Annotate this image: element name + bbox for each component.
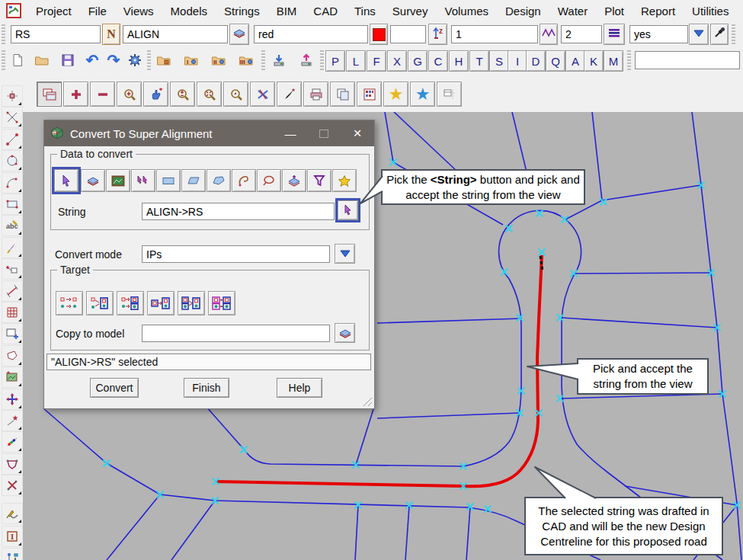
delete-view-button[interactable] [250,82,275,107]
snap-intersect-button[interactable]: I [508,50,527,72]
redraw-button[interactable] [277,82,302,107]
minimize-button[interactable]: — [274,120,307,146]
export-button[interactable] [296,50,317,71]
new-project-button[interactable] [8,50,27,71]
target-option-3-button[interactable] [117,291,144,315]
copy-view-button[interactable] [330,82,355,107]
snap-k-button[interactable]: K [584,50,604,72]
menu-models[interactable]: Models [162,5,216,18]
resize-grip[interactable] [362,396,373,407]
dialog-titlebar[interactable]: 12 Convert To Super Alignment — × [44,120,374,146]
create-line-button[interactable] [2,129,23,150]
create-symbol-button[interactable] [2,258,23,280]
string-pick-button[interactable] [338,200,358,220]
toolbar-grip[interactable] [147,50,151,70]
colour-segments-button[interactable] [2,431,23,453]
menu-cad[interactable]: CAD [305,5,346,18]
menu-user[interactable]: User [737,5,743,18]
delete-vertex-button[interactable] [2,475,23,496]
target-option-6-button[interactable] [208,291,235,315]
zoom-previous-button[interactable] [223,82,248,107]
create-rectangle-button[interactable] [2,194,23,215]
snap-line-button[interactable]: L [346,50,366,72]
select-polygon-mode-button[interactable] [207,169,231,192]
insert-image-button[interactable] [2,366,23,388]
help-button[interactable]: Help [277,378,322,398]
settings-button[interactable] [125,50,145,71]
menu-utilities[interactable]: Utilities [684,5,737,18]
create-grid-button[interactable] [2,302,23,323]
snap-star-button[interactable] [2,410,23,431]
snap-fast-button[interactable]: F [367,50,386,72]
weight-button[interactable] [604,24,625,45]
copy-to-model-field[interactable] [142,325,330,342]
function-folder-3-button[interactable]: III [235,50,257,71]
target-option-1-button[interactable] [56,291,83,315]
menu-bim[interactable]: BIM [268,5,306,18]
convert-mode-dropdown-button[interactable] [335,244,355,264]
add-view-button[interactable] [63,82,88,107]
app-icon[interactable] [6,3,21,18]
select-favourites-mode-button[interactable] [332,169,357,192]
select-string-mode-button[interactable] [54,169,78,192]
snap-x-button[interactable]: X [387,50,407,72]
create-polygon-button[interactable] [2,345,23,366]
model-field[interactable] [123,25,228,43]
function-folder-1-button[interactable]: I [181,50,202,71]
snap-segment-button[interactable]: S [489,50,509,72]
linestyle-button[interactable] [540,24,558,45]
menu-plot[interactable]: Plot [596,5,633,18]
remove-view-button[interactable] [90,82,115,107]
survey-tools-button[interactable] [2,548,23,560]
zoom-window-button[interactable] [170,82,195,107]
name-field[interactable] [11,25,101,43]
favourites-yellow-button[interactable]: ★ [383,82,408,107]
snap-tin-button[interactable]: T [469,50,489,72]
menu-project[interactable]: Project [27,5,80,18]
select-model-mode-button[interactable] [81,169,105,192]
snap-q-button[interactable]: Q [546,50,565,72]
target-option-5-button[interactable] [178,291,205,315]
string-field[interactable] [142,203,335,220]
save-button[interactable] [58,50,78,71]
eyedropper-button[interactable] [710,24,729,45]
zoom-in-button[interactable] [117,82,142,107]
select-filter-mode-button[interactable] [307,169,331,192]
snap-a-button[interactable]: A [565,50,585,72]
select-lasso-mode-button[interactable] [232,169,256,192]
colour-field[interactable] [254,25,368,43]
menu-survey[interactable]: Survey [384,5,437,18]
toolbar-grip[interactable] [2,24,5,44]
snap-grid-button[interactable]: G [408,50,428,72]
toolbar-grip[interactable] [627,50,631,70]
height-pick-button[interactable]: z [428,24,447,45]
open-model-folder-button[interactable] [153,50,175,71]
open-project-button[interactable] [32,50,52,71]
function-folder-2-button[interactable]: II [208,50,229,71]
menu-file[interactable]: File [80,5,115,18]
snap-direction-button[interactable]: D [526,50,546,72]
snap-m-button[interactable]: M [604,50,623,72]
blank-field[interactable] [390,25,426,43]
translate-button[interactable] [2,389,23,410]
finish-button[interactable]: Finish [184,378,229,398]
menu-grid-button[interactable] [357,82,382,107]
cad-symbol-button[interactable] [2,237,23,258]
restore-window-button[interactable] [437,82,462,107]
menu-water[interactable]: Water [549,5,596,18]
target-option-2-button[interactable] [86,291,114,315]
menu-tins[interactable]: Tins [346,5,384,18]
name-box-button[interactable]: N [102,24,120,45]
pan-button[interactable] [143,82,168,107]
toolbar-grip[interactable] [261,50,265,70]
new-view-button[interactable] [2,323,23,344]
measure-button[interactable] [2,280,23,302]
model-list-button[interactable] [229,24,249,45]
closed-polygon-button[interactable] [2,453,23,475]
tinable-field[interactable] [629,25,688,43]
favourites-blue-button[interactable]: ★ [410,82,435,107]
create-circle-button[interactable] [2,150,23,171]
create-node-button[interactable] [2,107,23,128]
snap-height-button[interactable]: H [449,50,469,72]
text-style-button[interactable]: I [2,526,23,547]
